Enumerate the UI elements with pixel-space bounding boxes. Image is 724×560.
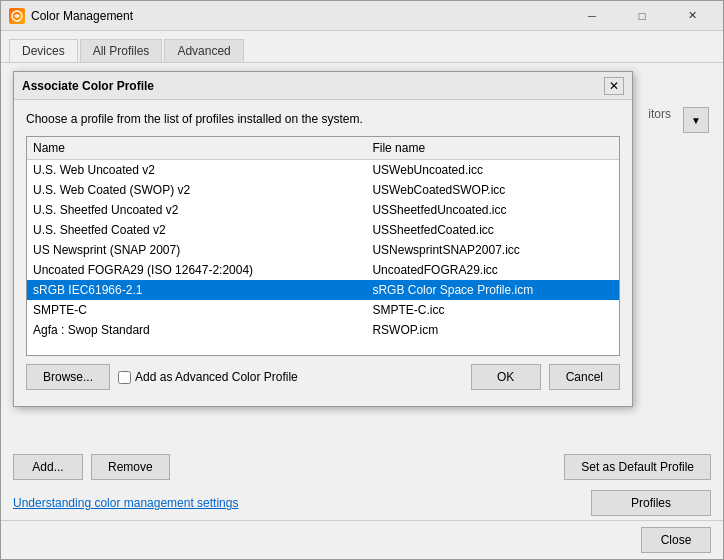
content-area: itors ▼ Associate Color Profile ✕ Choose…: [1, 63, 723, 448]
table-row[interactable]: U.S. Sheetfed Uncoated v2USSheetfedUncoa…: [27, 200, 619, 220]
profile-name-cell: U.S. Sheetfed Uncoated v2: [27, 200, 366, 220]
table-header-row: Name File name: [27, 137, 619, 160]
ok-button[interactable]: OK: [471, 364, 541, 390]
dropdown-container: ▼: [683, 107, 709, 133]
window-title: Color Management: [31, 9, 569, 23]
dialog-title: Associate Color Profile: [22, 79, 604, 93]
minimize-button[interactable]: ─: [569, 5, 615, 27]
profile-filename-cell: sRGB Color Space Profile.icm: [366, 280, 619, 300]
table-row[interactable]: U.S. Web Uncoated v2USWebUncoated.icc: [27, 160, 619, 181]
associate-profile-dialog: Associate Color Profile ✕ Choose a profi…: [13, 71, 633, 407]
set-default-button[interactable]: Set as Default Profile: [564, 454, 711, 480]
dialog-body: Choose a profile from the list of profil…: [14, 100, 632, 406]
profile-table: Name File name U.S. Web Uncoated v2USWeb…: [27, 137, 619, 340]
understanding-link[interactable]: Understanding color management settings: [13, 496, 238, 510]
add-advanced-label[interactable]: Add as Advanced Color Profile: [118, 370, 298, 384]
tab-all-profiles[interactable]: All Profiles: [80, 39, 163, 62]
table-row[interactable]: U.S. Web Coated (SWOP) v2USWebCoatedSWOP…: [27, 180, 619, 200]
table-row[interactable]: sRGB IEC61966-2.1sRGB Color Space Profil…: [27, 280, 619, 300]
column-filename-header: File name: [366, 137, 619, 160]
maximize-button[interactable]: □: [619, 5, 665, 27]
dialog-footer: Browse... Add as Advanced Color Profile …: [26, 356, 620, 394]
profile-name-cell: sRGB IEC61966-2.1: [27, 280, 366, 300]
profile-filename-cell: USWebCoatedSWOP.icc: [366, 180, 619, 200]
profile-filename-cell: USSheetfedCoated.icc: [366, 220, 619, 240]
profile-name-cell: U.S. Sheetfed Coated v2: [27, 220, 366, 240]
profile-filename-cell: SMPTE-C.icc: [366, 300, 619, 320]
remove-button[interactable]: Remove: [91, 454, 170, 480]
profile-name-cell: US Newsprint (SNAP 2007): [27, 240, 366, 260]
itors-label: itors: [648, 107, 671, 121]
table-row[interactable]: US Newsprint (SNAP 2007)USNewsprintSNAP2…: [27, 240, 619, 260]
dropdown-arrow-button[interactable]: ▼: [683, 107, 709, 133]
dialog-footer-right: OK Cancel: [471, 364, 620, 390]
cancel-button[interactable]: Cancel: [549, 364, 620, 390]
profiles-button[interactable]: Profiles: [591, 490, 711, 516]
close-button[interactable]: Close: [641, 527, 711, 553]
window-controls: ─ □ ✕: [569, 5, 715, 27]
profile-name-cell: U.S. Web Coated (SWOP) v2: [27, 180, 366, 200]
column-name-header: Name: [27, 137, 366, 160]
profile-filename-cell: UncoatedFOGRA29.icc: [366, 260, 619, 280]
tabs-row: Devices All Profiles Advanced: [1, 31, 723, 63]
app-icon: [9, 8, 25, 24]
bottom-buttons-row: Add... Remove Set as Default Profile: [1, 448, 723, 486]
dialog-overlay: Associate Color Profile ✕ Choose a profi…: [1, 63, 723, 448]
profile-name-cell: U.S. Web Uncoated v2: [27, 160, 366, 181]
add-advanced-checkbox[interactable]: [118, 371, 131, 384]
browse-button[interactable]: Browse...: [26, 364, 110, 390]
main-window: Color Management ─ □ ✕ Devices All Profi…: [0, 0, 724, 560]
dialog-instruction: Choose a profile from the list of profil…: [26, 112, 620, 126]
window-close-button[interactable]: ✕: [669, 5, 715, 27]
table-row[interactable]: Agfa : Swop StandardRSWOP.icm: [27, 320, 619, 340]
close-row: Close: [1, 520, 723, 559]
profile-name-cell: Uncoated FOGRA29 (ISO 12647-2:2004): [27, 260, 366, 280]
add-button[interactable]: Add...: [13, 454, 83, 480]
dialog-close-button[interactable]: ✕: [604, 77, 624, 95]
table-row[interactable]: U.S. Sheetfed Coated v2USSheetfedCoated.…: [27, 220, 619, 240]
profile-filename-cell: RSWOP.icm: [366, 320, 619, 340]
dialog-title-bar: Associate Color Profile ✕: [14, 72, 632, 100]
tab-devices[interactable]: Devices: [9, 39, 78, 62]
table-row[interactable]: Uncoated FOGRA29 (ISO 12647-2:2004)Uncoa…: [27, 260, 619, 280]
link-profiles-row: Understanding color management settings …: [1, 486, 723, 520]
profile-filename-cell: USNewsprintSNAP2007.icc: [366, 240, 619, 260]
profile-filename-cell: USSheetfedUncoated.icc: [366, 200, 619, 220]
tab-advanced[interactable]: Advanced: [164, 39, 243, 62]
title-bar: Color Management ─ □ ✕: [1, 1, 723, 31]
table-row[interactable]: SMPTE-CSMPTE-C.icc: [27, 300, 619, 320]
profile-name-cell: SMPTE-C: [27, 300, 366, 320]
profile-list-container[interactable]: Name File name U.S. Web Uncoated v2USWeb…: [26, 136, 620, 356]
profile-name-cell: Agfa : Swop Standard: [27, 320, 366, 340]
profile-filename-cell: USWebUncoated.icc: [366, 160, 619, 181]
